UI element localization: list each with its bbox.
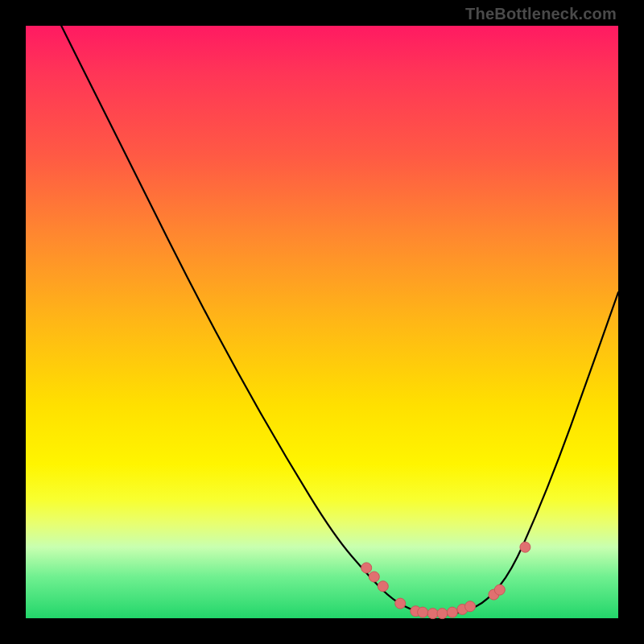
- marker-point: [369, 572, 379, 582]
- marker-point: [520, 542, 530, 552]
- marker-point: [418, 607, 428, 617]
- watermark-text: TheBottleneck.com: [465, 5, 617, 23]
- marker-point: [427, 609, 438, 619]
- marker-point: [361, 563, 372, 573]
- marker-point: [494, 584, 505, 595]
- chart-frame: TheBottleneck.com: [0, 0, 644, 644]
- marker-point: [437, 609, 448, 619]
- marker-point: [447, 607, 457, 617]
- bottleneck-curve-path: [61, 26, 618, 614]
- marker-point: [378, 581, 388, 592]
- marker-group: [361, 542, 530, 618]
- marker-point: [465, 601, 476, 612]
- marker-point: [395, 598, 406, 609]
- bottleneck-curve-svg: [26, 26, 618, 618]
